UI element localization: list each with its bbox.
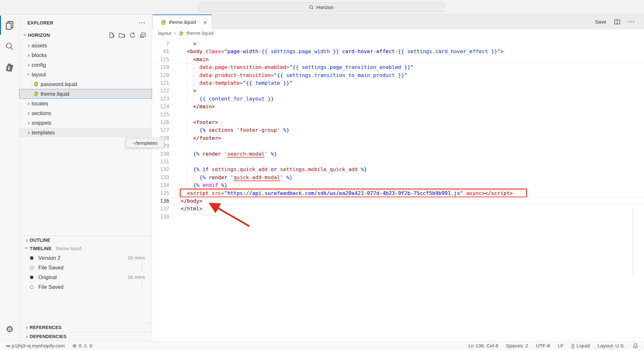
language-label: Liquid: [576, 343, 590, 349]
code-text: {% render 'search-modal' %}: [193, 150, 277, 158]
sidebar: EXPLORER ··· › HORIZON ›assets›blocks›co…: [19, 15, 152, 341]
code-line-122[interactable]: 122>: [152, 87, 644, 95]
code-editor[interactable]: 7>41<body class="page-width-{{ settings.…: [152, 37, 644, 341]
tree-item-layout[interactable]: ›layout: [19, 70, 152, 79]
problems-indicator[interactable]: ⊗ 0 ⚠ 0: [72, 343, 92, 349]
tree-item-assets[interactable]: ›assets: [19, 41, 152, 50]
open-dot-icon: [30, 285, 34, 289]
timeline-item-time: 16 mins: [128, 274, 145, 280]
indent-guide: [187, 72, 187, 79]
tree-item-config[interactable]: ›config: [19, 60, 152, 70]
workspace-row[interactable]: › HORIZON: [19, 31, 152, 40]
cursor-position[interactable]: Ln 136, Col 8: [468, 343, 498, 349]
tab-title: theme.liquid: [169, 19, 196, 25]
code-line-137[interactable]: 137</html>: [152, 205, 644, 213]
references-section[interactable]: › REFERENCES: [19, 323, 152, 332]
indent-guide: [193, 79, 194, 87]
tree-indent-guide: [30, 79, 31, 89]
tree-item-password-liquid[interactable]: password.liquid: [19, 79, 152, 89]
breadcrumb-folder[interactable]: layout: [158, 30, 171, 36]
line-number: 132: [152, 166, 169, 173]
code-text: >: [193, 87, 197, 95]
chevron-right-icon: ›: [28, 62, 30, 68]
breadcrumb-file[interactable]: theme.liquid: [187, 30, 214, 36]
file-tree: ›assets›blocks›config›layoutpassword.liq…: [19, 41, 152, 137]
tree-item-sections[interactable]: ›sections: [19, 108, 152, 118]
code-line-132[interactable]: 132{% if settings.quick_add or settings.…: [152, 166, 644, 173]
activitybar-settings[interactable]: ⚙: [0, 325, 19, 334]
code-line-125[interactable]: 125: [152, 111, 644, 119]
window-search[interactable]: Horizon: [198, 2, 444, 12]
tab-theme-liquid[interactable]: theme.liquid ×: [153, 15, 212, 29]
line-number: 41: [152, 48, 169, 55]
tree-item-locales[interactable]: ›locales: [19, 99, 152, 108]
code-line-121[interactable]: 121data-template="{{ template }}": [152, 79, 644, 87]
split-editor-icon[interactable]: [614, 19, 620, 25]
code-text: <footer>: [193, 119, 218, 126]
code-line-119[interactable]: 119data-page-transition-enabled="{{ sett…: [152, 63, 644, 71]
new-folder-icon[interactable]: [119, 32, 126, 39]
tree-item-templates[interactable]: ›templates: [19, 128, 152, 137]
code-line-135[interactable]: 135<script src="https://api.surefeedback…: [152, 190, 644, 197]
line-number: 134: [152, 181, 169, 189]
language-mode[interactable]: {} Liquid: [571, 343, 590, 349]
line-number: 136: [152, 197, 169, 205]
indent-guide: [187, 166, 187, 173]
dependencies-section[interactable]: › DEPENDENCIES: [19, 332, 152, 341]
tree-item-label: password.liquid: [41, 81, 77, 87]
code-line-131[interactable]: 131: [152, 158, 644, 166]
code-line-136[interactable]: 136</body>: [152, 197, 644, 205]
tree-item-blocks[interactable]: ›blocks: [19, 50, 152, 60]
activitybar-shopify[interactable]: [0, 57, 19, 78]
timeline-item-version-2[interactable]: Version 215 mins: [19, 253, 152, 263]
code-line-115[interactable]: 115<main: [152, 56, 644, 63]
refresh-icon[interactable]: [129, 32, 136, 39]
remote-indicator[interactable]: >< p1jhj3-vj.myshopify.com: [6, 343, 65, 349]
code-line-7[interactable]: 7>: [152, 40, 644, 48]
code-line-41[interactable]: 41<body class="page-width-{{ settings.pa…: [152, 48, 644, 55]
code-line-124[interactable]: 124</main>: [152, 103, 644, 111]
timeline-item-file-saved[interactable]: File Saved: [19, 263, 152, 272]
more-actions-icon[interactable]: ···: [628, 19, 635, 25]
timeline-tick: [142, 282, 142, 291]
line-number: 135: [152, 190, 169, 197]
eol-setting[interactable]: LF: [558, 343, 563, 349]
keyboard-layout[interactable]: Layout: U.S.: [598, 343, 625, 349]
outline-section[interactable]: › OUTLINE: [19, 236, 152, 244]
new-file-icon[interactable]: [108, 32, 115, 39]
indent-guide: [187, 181, 187, 189]
line-number: 7: [152, 40, 169, 48]
timeline-item-label: Version 2: [38, 255, 61, 261]
code-line-130[interactable]: 130{% render 'search-modal' %}: [152, 150, 644, 158]
tree-item-snippets[interactable]: ›snippets: [19, 118, 152, 128]
activitybar-explorer[interactable]: [0, 15, 19, 36]
window-search-label: Horizon: [316, 5, 333, 10]
code-line-127[interactable]: 127{% sections 'footer-group' %}: [152, 126, 644, 134]
timeline-section[interactable]: › TIMELINE theme.liquid: [19, 244, 152, 253]
ellipsis-icon[interactable]: ···: [139, 20, 146, 26]
code-line-128[interactable]: 128</footer>: [152, 134, 644, 142]
timeline-file-label: theme.liquid: [56, 246, 81, 251]
encoding-setting[interactable]: UTF-8: [536, 343, 550, 349]
bell-icon[interactable]: [633, 343, 638, 349]
code-line-129[interactable]: 129: [152, 142, 644, 150]
code-line-138[interactable]: 138: [152, 213, 644, 221]
tree-item-theme-liquid[interactable]: theme.liquid: [19, 89, 152, 99]
error-icon: ⊗: [72, 343, 77, 349]
activitybar-search[interactable]: [0, 36, 19, 57]
code-line-133[interactable]: 133{% render 'quick-add-modal' %}: [152, 174, 644, 181]
indentation-setting[interactable]: Spaces: 2: [506, 343, 528, 349]
code-line-134[interactable]: 134{% endif %}: [152, 181, 644, 189]
line-number: 137: [152, 205, 169, 213]
code-line-123[interactable]: 123{{ content_for_layout }}: [152, 95, 644, 103]
timeline-item-original[interactable]: Original16 mins: [19, 272, 152, 282]
code-line-120[interactable]: 120data-product-transition="{{ settings.…: [152, 72, 644, 79]
line-number: 121: [152, 79, 169, 87]
collapse-all-icon[interactable]: [139, 32, 146, 39]
timeline-item-file-saved[interactable]: File Saved: [19, 282, 152, 292]
open-dot-icon: [30, 266, 34, 269]
close-icon[interactable]: ×: [203, 19, 207, 25]
indent-guide: [187, 40, 187, 48]
save-button[interactable]: Save: [595, 19, 606, 25]
code-line-126[interactable]: 126<footer>: [152, 119, 644, 126]
